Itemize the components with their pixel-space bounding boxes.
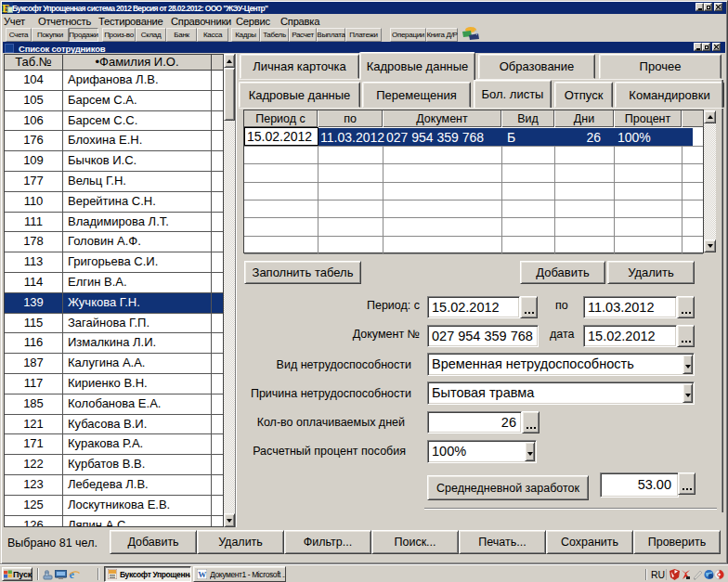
svg-text:W: W [198,570,206,579]
